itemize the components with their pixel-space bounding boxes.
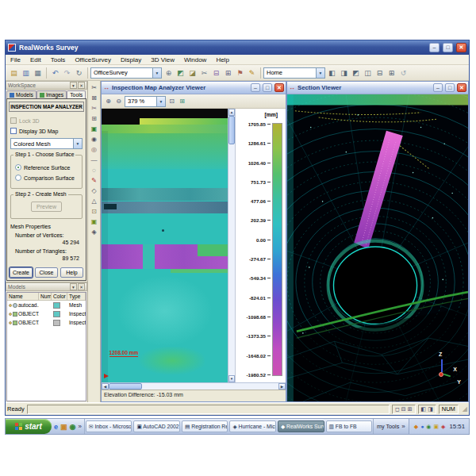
home-combo[interactable]: Home ▾	[263, 67, 325, 79]
inspection-map-canvas[interactable]: 1208.00 mm	[102, 109, 228, 382]
scroll-right-arrow[interactable]: ▶	[278, 383, 286, 390]
link-views-icon[interactable]: ◧	[421, 406, 427, 413]
table-row[interactable]: OBJECT... Inspectio...	[7, 309, 86, 318]
close-panel-button[interactable]: Close	[35, 267, 58, 278]
print-icon[interactable]: ▦	[32, 67, 44, 79]
scroll-up-arrow[interactable]: ▲	[228, 109, 235, 116]
close-button[interactable]: ✕	[274, 83, 284, 92]
cut-icon[interactable]: ✂	[198, 67, 210, 79]
save-icon[interactable]: ▥	[20, 67, 32, 79]
panel-close-icon[interactable]: ✕	[78, 82, 85, 89]
color-swatch[interactable]	[53, 302, 60, 309]
minimize-button[interactable]: –	[433, 83, 443, 92]
fence-icon[interactable]: ⊞	[89, 113, 99, 124]
task-autocad[interactable]: ▣ AutoCAD 2002	[133, 420, 180, 432]
tray-red-icon[interactable]: ◈	[441, 424, 445, 430]
open-icon[interactable]: ▤	[8, 67, 20, 79]
scroll-left-arrow[interactable]: ◀	[102, 383, 109, 390]
chevron-down-icon[interactable]: ▾	[152, 68, 161, 78]
layout-single-icon[interactable]: ◻	[395, 406, 400, 413]
tray-green-icon[interactable]: ◉	[426, 424, 431, 430]
segment-cut-icon[interactable]: ✂	[89, 103, 99, 113]
lasso-icon[interactable]: ◌	[89, 165, 99, 175]
visibility-bulb-icon[interactable]	[9, 313, 12, 316]
table-row[interactable]: autocad... Mesh	[7, 301, 86, 309]
polygon-icon[interactable]: ◇	[89, 186, 99, 196]
sampling-icon[interactable]: ◪	[186, 67, 198, 79]
task-hurricane[interactable]: ◈ Hurricane - Micro...	[229, 420, 276, 432]
target-tool-icon[interactable]: ◈	[89, 227, 99, 237]
extract-icon[interactable]: ✂	[89, 83, 99, 93]
view-top-icon[interactable]: ◨	[338, 67, 350, 79]
visibility-bulb-icon[interactable]	[9, 304, 12, 307]
chevron-down-icon[interactable]: ▾	[73, 139, 82, 148]
refresh-icon[interactable]: ↺	[397, 67, 409, 79]
help-button[interactable]: Help	[60, 267, 83, 278]
column-type[interactable]: Type	[67, 293, 86, 300]
maximize-button[interactable]: □	[445, 83, 455, 92]
reference-surface-radio[interactable]	[15, 164, 21, 171]
limit-box-icon[interactable]: ⊞	[222, 67, 234, 79]
scroll-down-arrow[interactable]: ▼	[228, 375, 235, 382]
measure-icon[interactable]: ⊟	[210, 67, 222, 79]
tray-yellow-icon[interactable]: ▣	[433, 424, 439, 430]
column-color[interactable]: Color	[52, 293, 67, 300]
zoom-out-icon[interactable]: ⊖	[113, 96, 124, 106]
comparison-surface-radio[interactable]	[15, 175, 21, 181]
table-row[interactable]: OBJECT... Inspectio...	[7, 318, 86, 327]
vertical-scrollbar[interactable]: ▲ ▼	[228, 109, 235, 382]
title-bar[interactable]: RealWorks Survey – □ ✕	[6, 40, 469, 55]
tile-horizontal-icon[interactable]: ◫	[362, 67, 374, 79]
section-3d-view[interactable]: Z X Y	[287, 94, 468, 401]
task-realworks[interactable]: ◆ RealWorks Survey	[278, 420, 324, 432]
section-viewer-title-bar[interactable]: ↔ Section Viewer – □ ✕	[287, 82, 468, 94]
minimize-button[interactable]: –	[251, 83, 260, 92]
menu-edit[interactable]: Edit	[25, 56, 46, 63]
chevron-down-icon[interactable]: ▾	[316, 68, 324, 78]
segment-icon[interactable]: ◩	[175, 67, 186, 79]
undo-icon[interactable]: ↶	[49, 67, 61, 79]
horizontal-scrollbar[interactable]: ◀ ▶	[102, 382, 286, 390]
mesh-type-select[interactable]: Colored Mesh ▾	[10, 138, 83, 149]
tray-blue-icon[interactable]: ●	[420, 424, 424, 430]
red-pen-icon[interactable]: ✎	[89, 175, 99, 186]
ie-icon[interactable]: e	[54, 423, 58, 431]
close-button[interactable]: ✕	[456, 43, 466, 52]
compass-icon[interactable]: ◎	[89, 144, 99, 155]
menu-help[interactable]: Help	[211, 56, 233, 63]
sampling-tool-icon[interactable]: ▣	[89, 124, 99, 134]
redo-icon[interactable]: ↷	[61, 67, 73, 79]
panel-close-icon[interactable]: ✕	[78, 283, 85, 290]
officesurvey-combo[interactable]: OfficeSurvey ▾	[90, 67, 162, 79]
menu-window[interactable]: Window	[179, 56, 211, 63]
sync-icon[interactable]: ↻	[73, 67, 85, 79]
resize-grip-icon[interactable]: ◢	[463, 405, 467, 413]
my-tools-toolbar[interactable]: my Tools »	[373, 419, 409, 434]
column-num[interactable]: Num...	[39, 293, 52, 300]
task-inbox[interactable]: ✉ Inbox - Microsof...	[86, 420, 132, 432]
flag-icon[interactable]: ⚑	[234, 67, 246, 79]
sync-views-icon[interactable]: ◨	[428, 406, 433, 413]
layout-split-h-icon[interactable]: ⊟	[401, 406, 406, 413]
task-fbtofb[interactable]: ▥ FB to FB	[326, 420, 373, 432]
tray-orange-icon[interactable]: ◆	[414, 424, 418, 430]
view-front-icon[interactable]: ◧	[326, 67, 338, 79]
workspace-panel-header[interactable]: WorkSpace ▾ ✕	[6, 81, 87, 90]
maximize-button[interactable]: □	[443, 43, 453, 52]
menu-display[interactable]: Display	[116, 56, 146, 63]
view-iso-icon[interactable]: ◩	[350, 67, 362, 79]
close-button[interactable]: ✕	[457, 83, 466, 92]
zoom-level-combo[interactable]: 379 % ▾	[125, 96, 166, 107]
line-tool-icon[interactable]: —	[89, 155, 99, 165]
tab-tools[interactable]: Tools	[67, 90, 86, 98]
color-swatch[interactable]	[53, 311, 60, 317]
task-registration[interactable]: ▤ Registration Rep...	[182, 420, 228, 432]
chevron-down-icon[interactable]: ▾	[156, 97, 165, 106]
box-tool-icon[interactable]: ⊡	[89, 206, 99, 217]
column-name[interactable]: Name	[7, 293, 39, 300]
lock-3d-checkbox[interactable]	[10, 117, 17, 124]
show-desktop-icon[interactable]: ▣	[60, 423, 67, 431]
target-icon[interactable]: ⊕	[163, 67, 175, 79]
tab-images[interactable]: Images	[36, 90, 67, 98]
menu-tools[interactable]: Tools	[46, 56, 71, 63]
